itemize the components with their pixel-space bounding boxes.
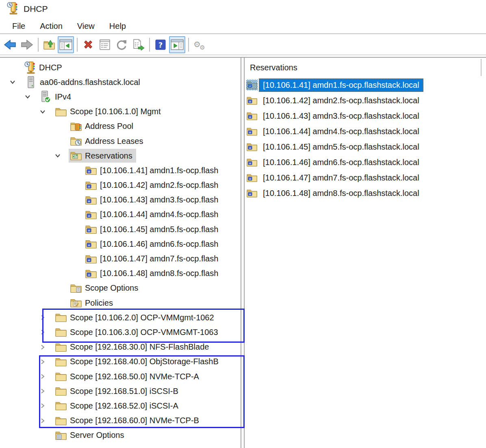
export-list-button[interactable] [130, 36, 146, 53]
reservation-label: [10.106.1.48] amdn8.fs-ocp.flashstack.lo… [259, 187, 423, 200]
toggle-console-tree-button[interactable] [58, 36, 74, 53]
reservation-icon [85, 254, 98, 264]
reservation-list-item[interactable]: [10.106.1.42] amdn2.fs-ocp.flashstack.lo… [245, 93, 486, 108]
tree-item-label: Scope [10.106.2.0] OCP-VMMgmt-1062 [70, 313, 214, 322]
configure-button[interactable]: ⚙⚙ [191, 36, 208, 53]
tree-item-label: [10.106.1.46] amdn6.fs-ocp.flash [100, 239, 218, 249]
tree-item[interactable]: [10.106.1.43] amdn3.fs-ocp.flash [0, 193, 241, 207]
tree-item[interactable]: Scope [192.168.60.0] NVMe-TCP-B [0, 413, 241, 428]
properties-button[interactable] [97, 36, 113, 53]
reservation-icon [85, 195, 98, 205]
delete-button[interactable] [80, 36, 96, 53]
reservation-label: [10.106.1.43] amdn3.fs-ocp.flashstack.lo… [259, 109, 423, 123]
tree-item[interactable]: Scope [192.168.50.0] NVMe-TCP-A [0, 369, 241, 384]
tree-item[interactable]: [10.106.1.45] amdn5.fs-ocp.flash [0, 222, 241, 237]
menu-help[interactable]: Help [109, 22, 126, 31]
tree-item[interactable]: [10.106.1.44] amdn4.fs-ocp.flash [0, 207, 241, 222]
column-divider[interactable] [481, 59, 482, 76]
reservation-label: [10.106.1.47] amdn7.fs-ocp.flashstack.lo… [259, 171, 423, 185]
reservation-list-item[interactable]: [10.106.1.41] amdn1.fs-ocp.flashstack.lo… [245, 77, 486, 93]
chevron-right-icon[interactable] [37, 359, 54, 365]
tree-indent [0, 259, 84, 259]
chevron-down-icon[interactable] [37, 109, 54, 115]
column-header-label: Reservations [250, 63, 297, 72]
forward-button[interactable] [19, 36, 35, 53]
tree-item-core: Scope [192.168.40.0] ObjStorage-FlashB [54, 355, 222, 369]
toggle-action-pane-button[interactable] [169, 36, 185, 53]
tree-item[interactable]: Reservations [0, 148, 241, 163]
tree-item[interactable]: Scope [10.106.2.0] OCP-VMMgmt-1062 [0, 310, 241, 325]
tree-item-core: [10.106.1.48] amdn8.fs-ocp.flash [84, 267, 222, 281]
chevron-right-icon[interactable] [37, 373, 54, 380]
tree-item[interactable]: [10.106.1.41] amdn1.fs-ocp.flash [0, 163, 241, 178]
menu-view[interactable]: View [77, 22, 95, 31]
tree-item-core: Address Pool [69, 120, 137, 133]
refresh-button[interactable] [113, 36, 130, 53]
svg-text:?: ? [158, 41, 163, 49]
chevron-right-icon[interactable] [37, 329, 54, 335]
export-list-icon [131, 38, 145, 51]
tree-item-core: Scope [192.168.52.0] iSCSI-A [54, 399, 182, 413]
tree-item-label: Scope [192.168.52.0] iSCSI-A [70, 401, 178, 411]
tree-item-label: Policies [85, 298, 113, 308]
tree-item[interactable]: Scope [10.106.1.0] Mgmt [0, 104, 241, 119]
tree-item[interactable]: Scope [192.168.40.0] ObjStorage-FlashB [0, 354, 241, 369]
chevron-right-icon[interactable] [37, 314, 54, 321]
tree-indent [0, 435, 54, 435]
tree-item[interactable]: Scope [192.168.51.0] iSCSI-B [0, 384, 241, 398]
folder-icon [54, 312, 67, 323]
reservation-icon [246, 80, 258, 90]
tree-item[interactable]: Scope [10.106.3.0] OCP-VMMGMT-1063 [0, 325, 241, 339]
chevron-right-icon[interactable] [37, 418, 54, 424]
reservation-list-item[interactable]: [10.106.1.46] amdn6.fs-ocp.flashstack.lo… [245, 154, 486, 170]
tree-item[interactable]: Scope [192.168.52.0] iSCSI-A [0, 398, 241, 413]
delete-x-icon [82, 38, 95, 51]
tree-item[interactable]: Scope [192.168.30.0] NFS-FlashBlade [0, 340, 241, 354]
tree-item[interactable]: IPv4 [0, 89, 241, 104]
tree-indent [0, 200, 84, 200]
tree-item-label: Scope [192.168.51.0] iSCSI-B [70, 387, 178, 396]
folder-icon [54, 327, 67, 337]
chevron-right-icon[interactable] [37, 388, 54, 394]
policies-icon [69, 298, 82, 308]
tree-item[interactable]: DHCP [0, 60, 241, 75]
tree-item[interactable]: aa06-addns.flashstack.local [0, 75, 241, 89]
reservations-column-header[interactable]: Reservations [245, 58, 486, 77]
help-button[interactable]: ? [152, 36, 169, 53]
reservation-list-item[interactable]: [10.106.1.47] amdn7.fs-ocp.flashstack.lo… [245, 170, 486, 185]
reservation-list-item[interactable]: [10.106.1.48] amdn8.fs-ocp.flashstack.lo… [245, 185, 486, 201]
back-arrow-icon [3, 38, 17, 51]
chevron-right-icon[interactable] [37, 402, 54, 409]
toolbar-separator [38, 38, 39, 52]
tree-item[interactable]: [10.106.1.46] amdn6.fs-ocp.flash [0, 237, 241, 251]
tree-item-label: Scope Options [85, 283, 138, 293]
tree-item-core: Scope [10.106.1.0] Mgmt [54, 105, 164, 119]
tree-item-core: aa06-addns.flashstack.local [24, 75, 144, 89]
tree-item[interactable]: [10.106.1.48] amdn8.fs-ocp.flash [0, 266, 241, 281]
tree-item[interactable]: Address Leases [0, 134, 241, 148]
reservation-list-item[interactable]: [10.106.1.44] amdn4.fs-ocp.flashstack.lo… [245, 124, 486, 139]
reservation-list-item[interactable]: [10.106.1.45] amdn5.fs-ocp.flashstack.lo… [245, 139, 486, 154]
tree-item[interactable]: Address Pool [0, 119, 241, 134]
tree-item-label: Address Leases [85, 137, 143, 146]
tree-item-core: DHCP [23, 61, 66, 74]
tree-indent [0, 156, 52, 156]
chevron-down-icon[interactable] [7, 79, 24, 85]
back-button[interactable] [2, 36, 18, 53]
tree-item[interactable]: Server Options [0, 428, 241, 443]
scope-options-icon [69, 283, 82, 294]
chevron-right-icon[interactable] [37, 344, 54, 350]
reservation-list-item[interactable]: [10.106.1.43] amdn3.fs-ocp.flashstack.lo… [245, 108, 486, 124]
reservation-icon [246, 172, 258, 183]
tree-item[interactable]: Policies [0, 296, 241, 310]
tree-item[interactable]: Scope Options [0, 281, 241, 296]
chevron-down-icon[interactable] [22, 94, 39, 100]
reservations-folder-icon [69, 150, 82, 161]
chevron-down-icon[interactable] [52, 152, 69, 159]
reservation-icon [246, 157, 258, 167]
menu-file[interactable]: File [12, 22, 25, 31]
tree-item[interactable]: [10.106.1.47] amdn7.fs-ocp.flash [0, 251, 241, 266]
up-one-level-button[interactable] [41, 36, 57, 53]
tree-item[interactable]: [10.106.1.42] amdn2.fs-ocp.flash [0, 178, 241, 193]
menu-action[interactable]: Action [40, 22, 63, 31]
